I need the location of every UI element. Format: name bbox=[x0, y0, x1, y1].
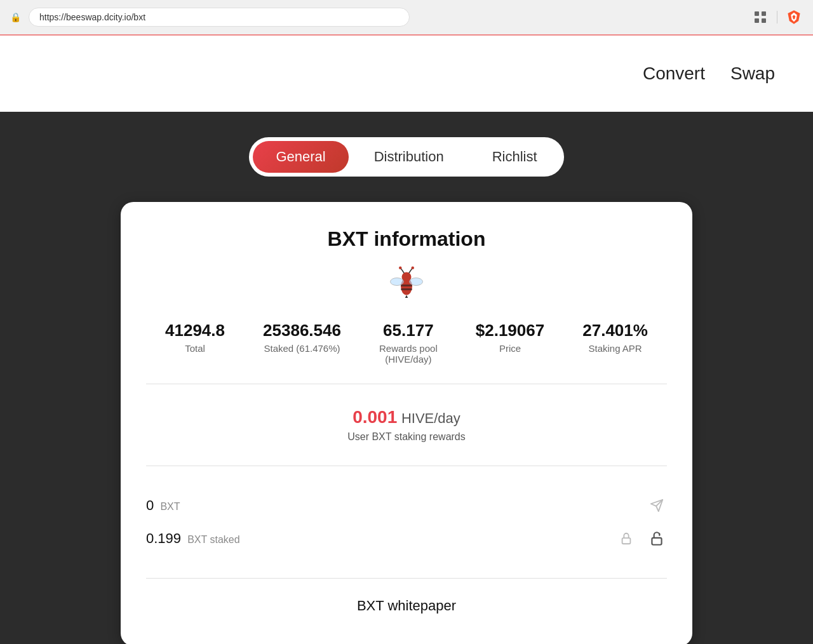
stat-apr-value: 27.401% bbox=[582, 321, 648, 340]
stat-price: $2.19067 Price bbox=[476, 321, 544, 365]
bxt-staked-amount: 0.199 BXT staked bbox=[146, 530, 240, 547]
bee-icon-container bbox=[146, 264, 667, 302]
stat-staked: 25386.546 Staked (61.476%) bbox=[263, 321, 341, 365]
stat-price-label: Price bbox=[476, 343, 544, 354]
divider-3 bbox=[146, 578, 667, 579]
stat-staked-value: 25386.546 bbox=[263, 321, 341, 340]
bxt-amount-label: BXT bbox=[160, 501, 180, 512]
rewards-value: 0.001 HIVE/day bbox=[146, 407, 667, 427]
svg-rect-1 bbox=[762, 11, 766, 16]
card-title: BXT information bbox=[146, 227, 667, 251]
bxt-balance-icons bbox=[647, 495, 667, 516]
rewards-amount: 0.001 bbox=[353, 407, 397, 427]
lock-icon: 🔒 bbox=[10, 12, 21, 22]
svg-line-6 bbox=[401, 269, 404, 274]
stat-total: 41294.8 Total bbox=[165, 321, 225, 365]
svg-point-11 bbox=[410, 278, 423, 286]
svg-rect-13 bbox=[401, 288, 412, 290]
send-icon[interactable] bbox=[647, 495, 667, 516]
balance-section: 0 BXT 0.199 BXT staked bbox=[146, 479, 667, 565]
svg-rect-2 bbox=[755, 18, 759, 23]
tab-general[interactable]: General bbox=[253, 141, 348, 173]
browser-icons bbox=[751, 8, 803, 26]
svg-line-7 bbox=[409, 269, 412, 274]
divider-1 bbox=[146, 384, 667, 384]
tab-richlist[interactable]: Richlist bbox=[469, 141, 560, 173]
svg-marker-14 bbox=[405, 295, 408, 299]
bxt-info-card: BXT information bbox=[121, 202, 692, 644]
stat-apr-label: Staking APR bbox=[582, 343, 648, 354]
stat-total-value: 41294.8 bbox=[165, 321, 225, 340]
stat-rewards-pool-label: Rewards pool(HIVE/day) bbox=[379, 343, 438, 365]
bxt-staked-value: 0.199 bbox=[146, 530, 181, 546]
address-bar[interactable]: https://beeswap.dcity.io/bxt bbox=[29, 8, 410, 27]
svg-rect-12 bbox=[401, 285, 412, 286]
unlock-icon[interactable] bbox=[647, 528, 667, 549]
site-header: Convert Swap bbox=[0, 36, 813, 112]
bee-icon bbox=[387, 264, 426, 302]
svg-rect-0 bbox=[755, 11, 759, 16]
divider-2 bbox=[146, 466, 667, 466]
svg-point-9 bbox=[412, 267, 415, 270]
whitepaper-link[interactable]: BXT whitepaper bbox=[146, 591, 667, 621]
svg-point-8 bbox=[399, 267, 402, 270]
browser-chrome: 🔒 https://beeswap.dcity.io/bxt bbox=[0, 0, 813, 36]
rewards-label: User BXT staking rewards bbox=[146, 431, 667, 443]
bxt-amount-value: 0 bbox=[146, 497, 154, 513]
stat-staked-label: Staked (61.476%) bbox=[263, 343, 341, 354]
stat-price-value: $2.19067 bbox=[476, 321, 544, 340]
bxt-staked-icons bbox=[616, 528, 667, 549]
tab-group: General Distribution Richlist bbox=[249, 137, 563, 177]
bxt-staked-label: BXT staked bbox=[187, 534, 239, 545]
bxt-balance-amount: 0 BXT bbox=[146, 497, 180, 514]
svg-rect-16 bbox=[652, 538, 661, 545]
main-content: General Distribution Richlist BXT inform… bbox=[0, 112, 813, 644]
swap-link[interactable]: Swap bbox=[730, 64, 775, 84]
rewards-section: 0.001 HIVE/day User BXT staking rewards bbox=[146, 397, 667, 453]
stat-total-label: Total bbox=[165, 343, 225, 354]
svg-point-10 bbox=[391, 278, 404, 286]
rewards-unit: HIVE/day bbox=[401, 410, 460, 426]
stat-apr: 27.401% Staking APR bbox=[582, 321, 648, 365]
bxt-staked-row: 0.199 BXT staked bbox=[146, 522, 667, 555]
svg-rect-3 bbox=[762, 18, 766, 23]
browser-divider bbox=[777, 11, 777, 23]
convert-link[interactable]: Convert bbox=[643, 64, 705, 84]
grid-icon[interactable] bbox=[751, 8, 769, 26]
brave-icon[interactable] bbox=[785, 8, 803, 26]
tab-distribution[interactable]: Distribution bbox=[351, 141, 467, 173]
stat-rewards-pool-value: 65.177 bbox=[379, 321, 438, 340]
stats-row: 41294.8 Total 25386.546 Staked (61.476%)… bbox=[146, 321, 667, 365]
svg-rect-15 bbox=[622, 538, 631, 544]
lock-icon[interactable] bbox=[616, 528, 636, 549]
bxt-balance-row: 0 BXT bbox=[146, 489, 667, 522]
stat-rewards-pool: 65.177 Rewards pool(HIVE/day) bbox=[379, 321, 438, 365]
